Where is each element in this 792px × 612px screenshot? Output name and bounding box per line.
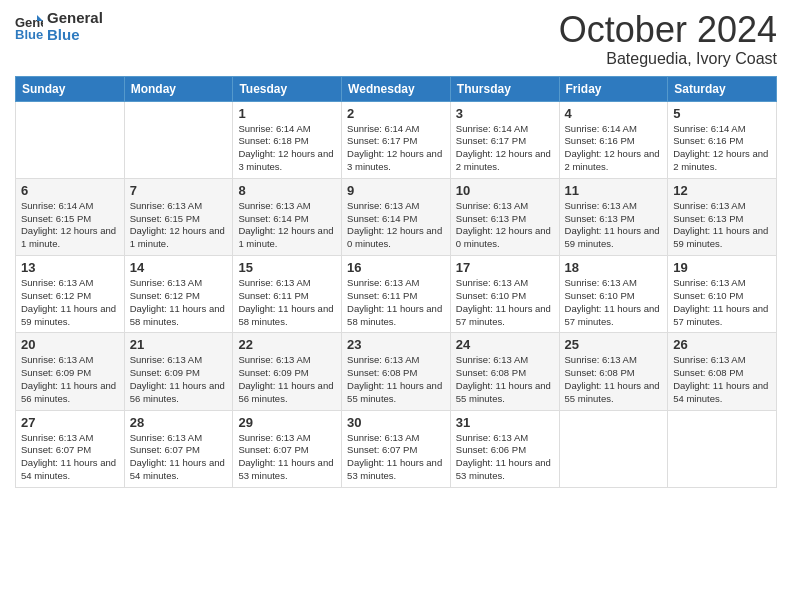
calendar-cell	[124, 101, 233, 178]
month-title: October 2024	[559, 10, 777, 50]
day-number: 24	[456, 337, 554, 352]
svg-text:Blue: Blue	[15, 27, 43, 41]
title-block: October 2024 Bateguedia, Ivory Coast	[559, 10, 777, 68]
day-number: 11	[565, 183, 663, 198]
calendar-week-row: 13Sunrise: 6:13 AM Sunset: 6:12 PM Dayli…	[16, 256, 777, 333]
day-info: Sunrise: 6:13 AM Sunset: 6:07 PM Dayligh…	[130, 432, 228, 483]
logo-line2: Blue	[47, 27, 103, 44]
day-number: 16	[347, 260, 445, 275]
calendar-cell: 11Sunrise: 6:13 AM Sunset: 6:13 PM Dayli…	[559, 178, 668, 255]
calendar-cell: 19Sunrise: 6:13 AM Sunset: 6:10 PM Dayli…	[668, 256, 777, 333]
day-info: Sunrise: 6:13 AM Sunset: 6:10 PM Dayligh…	[673, 277, 771, 328]
day-number: 12	[673, 183, 771, 198]
header: General Blue General Blue October 2024 B…	[15, 10, 777, 68]
day-info: Sunrise: 6:13 AM Sunset: 6:09 PM Dayligh…	[238, 354, 336, 405]
day-number: 13	[21, 260, 119, 275]
calendar-cell: 5Sunrise: 6:14 AM Sunset: 6:16 PM Daylig…	[668, 101, 777, 178]
day-info: Sunrise: 6:13 AM Sunset: 6:12 PM Dayligh…	[130, 277, 228, 328]
calendar-cell: 3Sunrise: 6:14 AM Sunset: 6:17 PM Daylig…	[450, 101, 559, 178]
calendar-cell: 1Sunrise: 6:14 AM Sunset: 6:18 PM Daylig…	[233, 101, 342, 178]
day-number: 31	[456, 415, 554, 430]
calendar-cell: 8Sunrise: 6:13 AM Sunset: 6:14 PM Daylig…	[233, 178, 342, 255]
day-info: Sunrise: 6:13 AM Sunset: 6:12 PM Dayligh…	[21, 277, 119, 328]
calendar-cell: 18Sunrise: 6:13 AM Sunset: 6:10 PM Dayli…	[559, 256, 668, 333]
day-number: 10	[456, 183, 554, 198]
day-info: Sunrise: 6:13 AM Sunset: 6:06 PM Dayligh…	[456, 432, 554, 483]
calendar-week-row: 6Sunrise: 6:14 AM Sunset: 6:15 PM Daylig…	[16, 178, 777, 255]
day-info: Sunrise: 6:13 AM Sunset: 6:13 PM Dayligh…	[456, 200, 554, 251]
calendar-cell: 24Sunrise: 6:13 AM Sunset: 6:08 PM Dayli…	[450, 333, 559, 410]
calendar-cell: 30Sunrise: 6:13 AM Sunset: 6:07 PM Dayli…	[342, 410, 451, 487]
day-info: Sunrise: 6:13 AM Sunset: 6:14 PM Dayligh…	[347, 200, 445, 251]
day-number: 14	[130, 260, 228, 275]
day-number: 18	[565, 260, 663, 275]
day-info: Sunrise: 6:13 AM Sunset: 6:07 PM Dayligh…	[21, 432, 119, 483]
day-info: Sunrise: 6:14 AM Sunset: 6:18 PM Dayligh…	[238, 123, 336, 174]
day-info: Sunrise: 6:13 AM Sunset: 6:07 PM Dayligh…	[347, 432, 445, 483]
day-number: 1	[238, 106, 336, 121]
day-number: 21	[130, 337, 228, 352]
day-info: Sunrise: 6:13 AM Sunset: 6:15 PM Dayligh…	[130, 200, 228, 251]
calendar-week-row: 27Sunrise: 6:13 AM Sunset: 6:07 PM Dayli…	[16, 410, 777, 487]
calendar: SundayMondayTuesdayWednesdayThursdayFrid…	[15, 76, 777, 488]
logo: General Blue General Blue	[15, 10, 103, 43]
calendar-cell: 22Sunrise: 6:13 AM Sunset: 6:09 PM Dayli…	[233, 333, 342, 410]
day-number: 22	[238, 337, 336, 352]
calendar-cell: 7Sunrise: 6:13 AM Sunset: 6:15 PM Daylig…	[124, 178, 233, 255]
weekday-header: Friday	[559, 76, 668, 101]
day-number: 2	[347, 106, 445, 121]
day-number: 27	[21, 415, 119, 430]
day-info: Sunrise: 6:13 AM Sunset: 6:13 PM Dayligh…	[673, 200, 771, 251]
day-info: Sunrise: 6:13 AM Sunset: 6:08 PM Dayligh…	[673, 354, 771, 405]
logo-line1: General	[47, 10, 103, 27]
day-number: 17	[456, 260, 554, 275]
day-info: Sunrise: 6:14 AM Sunset: 6:17 PM Dayligh…	[456, 123, 554, 174]
weekday-header: Thursday	[450, 76, 559, 101]
day-info: Sunrise: 6:14 AM Sunset: 6:16 PM Dayligh…	[673, 123, 771, 174]
calendar-cell: 2Sunrise: 6:14 AM Sunset: 6:17 PM Daylig…	[342, 101, 451, 178]
day-number: 25	[565, 337, 663, 352]
calendar-cell: 29Sunrise: 6:13 AM Sunset: 6:07 PM Dayli…	[233, 410, 342, 487]
day-info: Sunrise: 6:13 AM Sunset: 6:08 PM Dayligh…	[347, 354, 445, 405]
calendar-cell: 28Sunrise: 6:13 AM Sunset: 6:07 PM Dayli…	[124, 410, 233, 487]
day-info: Sunrise: 6:13 AM Sunset: 6:09 PM Dayligh…	[21, 354, 119, 405]
calendar-cell: 20Sunrise: 6:13 AM Sunset: 6:09 PM Dayli…	[16, 333, 125, 410]
day-info: Sunrise: 6:14 AM Sunset: 6:15 PM Dayligh…	[21, 200, 119, 251]
day-info: Sunrise: 6:13 AM Sunset: 6:13 PM Dayligh…	[565, 200, 663, 251]
day-number: 23	[347, 337, 445, 352]
calendar-cell	[16, 101, 125, 178]
calendar-cell: 23Sunrise: 6:13 AM Sunset: 6:08 PM Dayli…	[342, 333, 451, 410]
weekday-header-row: SundayMondayTuesdayWednesdayThursdayFrid…	[16, 76, 777, 101]
day-number: 19	[673, 260, 771, 275]
calendar-cell: 9Sunrise: 6:13 AM Sunset: 6:14 PM Daylig…	[342, 178, 451, 255]
logo-icon: General Blue	[15, 13, 43, 41]
day-info: Sunrise: 6:13 AM Sunset: 6:10 PM Dayligh…	[456, 277, 554, 328]
calendar-body: 1Sunrise: 6:14 AM Sunset: 6:18 PM Daylig…	[16, 101, 777, 487]
calendar-cell: 14Sunrise: 6:13 AM Sunset: 6:12 PM Dayli…	[124, 256, 233, 333]
calendar-cell: 25Sunrise: 6:13 AM Sunset: 6:08 PM Dayli…	[559, 333, 668, 410]
day-info: Sunrise: 6:13 AM Sunset: 6:14 PM Dayligh…	[238, 200, 336, 251]
weekday-header: Monday	[124, 76, 233, 101]
calendar-cell: 21Sunrise: 6:13 AM Sunset: 6:09 PM Dayli…	[124, 333, 233, 410]
calendar-cell: 31Sunrise: 6:13 AM Sunset: 6:06 PM Dayli…	[450, 410, 559, 487]
calendar-cell: 13Sunrise: 6:13 AM Sunset: 6:12 PM Dayli…	[16, 256, 125, 333]
day-number: 26	[673, 337, 771, 352]
page: General Blue General Blue October 2024 B…	[0, 0, 792, 612]
day-number: 6	[21, 183, 119, 198]
day-number: 30	[347, 415, 445, 430]
weekday-header: Tuesday	[233, 76, 342, 101]
day-info: Sunrise: 6:13 AM Sunset: 6:11 PM Dayligh…	[347, 277, 445, 328]
day-info: Sunrise: 6:13 AM Sunset: 6:08 PM Dayligh…	[565, 354, 663, 405]
day-info: Sunrise: 6:13 AM Sunset: 6:10 PM Dayligh…	[565, 277, 663, 328]
day-number: 5	[673, 106, 771, 121]
day-info: Sunrise: 6:13 AM Sunset: 6:11 PM Dayligh…	[238, 277, 336, 328]
day-number: 8	[238, 183, 336, 198]
weekday-header: Sunday	[16, 76, 125, 101]
calendar-cell: 15Sunrise: 6:13 AM Sunset: 6:11 PM Dayli…	[233, 256, 342, 333]
day-number: 3	[456, 106, 554, 121]
weekday-header: Wednesday	[342, 76, 451, 101]
calendar-cell: 12Sunrise: 6:13 AM Sunset: 6:13 PM Dayli…	[668, 178, 777, 255]
calendar-cell	[668, 410, 777, 487]
day-number: 28	[130, 415, 228, 430]
calendar-cell: 10Sunrise: 6:13 AM Sunset: 6:13 PM Dayli…	[450, 178, 559, 255]
